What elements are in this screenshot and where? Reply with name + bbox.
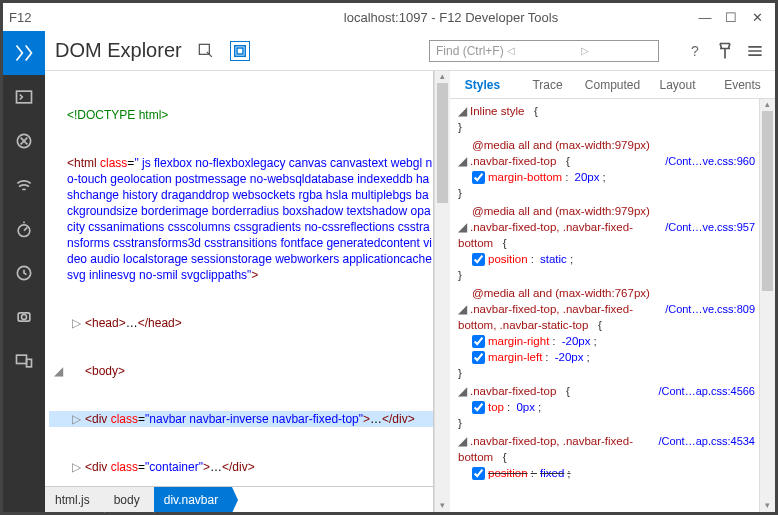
sidebar-emulation-icon[interactable] [3,339,45,383]
source-link[interactable]: /Cont…ap.css:4534 [658,433,755,465]
style-rule[interactable]: ◢.navbar-fixed-top, .navbar-fixed-bottom… [458,433,755,481]
svg-rect-7 [27,359,32,367]
highlight-icon[interactable] [230,41,250,61]
titlebar-title: localhost:1097 - F12 Developer Tools [209,10,693,25]
toolbar: DOM Explorer Find (Ctrl+F) ◁ ▷ ? [45,31,775,71]
prop-toggle[interactable] [472,253,485,266]
help-icon[interactable]: ? [685,41,705,61]
svg-rect-0 [17,91,32,103]
body-node[interactable]: <body> [85,363,433,379]
sidebar-console-icon[interactable] [3,75,45,119]
tab-computed[interactable]: Computed [580,74,645,96]
scroll-up-icon[interactable]: ▴ [760,99,775,111]
find-input[interactable]: Find (Ctrl+F) ◁ ▷ [429,40,659,62]
styles-scrollbar[interactable]: ▴ ▾ [759,99,775,512]
style-rule[interactable]: ◢Inline style { } [458,103,755,135]
scroll-down-icon[interactable]: ▾ [760,500,775,512]
close-button[interactable]: ✕ [745,7,769,27]
html-node[interactable]: <html class=" js flexbox no-flexboxlegac… [67,155,433,283]
select-element-icon[interactable] [196,41,216,61]
source-link[interactable]: /Cont…ve.css:809 [665,301,755,333]
collapse-icon[interactable]: ◢ [49,363,67,379]
dom-scrollbar[interactable]: ▴ ▾ [434,71,450,512]
page-title: DOM Explorer [55,39,182,62]
prop-toggle[interactable] [472,401,485,414]
sidebar-profiler-icon[interactable] [3,251,45,295]
svg-rect-6 [17,355,27,363]
settings-lines-icon[interactable] [745,41,765,61]
titlebar: F12 localhost:1097 - F12 Developer Tools… [3,3,775,31]
expand-icon[interactable]: ▷ [67,315,85,331]
source-link[interactable]: /Cont…ap.css:4566 [658,383,755,399]
tool-sidebar [3,31,45,512]
dom-tree-pane: <!DOCTYPE html> <html class=" js flexbox… [45,71,434,512]
titlebar-left: F12 [9,10,209,25]
styles-tabs: Styles Trace Computed Layout Events [450,71,775,99]
source-link[interactable]: /Cont…ve.css:960 [665,153,755,169]
minimize-button[interactable]: — [693,7,717,27]
breadcrumb-html[interactable]: html.js [45,487,104,512]
style-rule[interactable]: @media all and (max-width:767px) ◢.navba… [458,285,755,381]
tab-layout[interactable]: Layout [645,74,710,96]
div-container-node[interactable]: <div class="container">…</div> [85,459,433,475]
sidebar-network-icon[interactable] [3,163,45,207]
prop-toggle[interactable] [472,351,485,364]
tab-styles[interactable]: Styles [450,74,515,96]
style-rule[interactable]: ◢.navbar-fixed-top {/Cont…ap.css:4566 to… [458,383,755,431]
doctype-node[interactable]: <!DOCTYPE html> [67,107,433,123]
breadcrumb: html.js body div.navbar [45,486,433,512]
source-link[interactable]: /Cont…ve.css:957 [665,219,755,251]
scroll-up-icon[interactable]: ▴ [435,71,450,83]
prop-toggle[interactable] [472,171,485,184]
sidebar-debugger-icon[interactable] [3,119,45,163]
scroll-down-icon[interactable]: ▾ [435,500,450,512]
pin-icon[interactable] [715,41,735,61]
prop-toggle[interactable] [472,467,485,480]
scroll-thumb[interactable] [762,111,773,291]
breadcrumb-div[interactable]: div.navbar [154,487,232,512]
find-next-icon[interactable]: ▷ [579,45,652,56]
find-placeholder: Find (Ctrl+F) [436,44,505,58]
expand-icon[interactable]: ▷ [67,459,85,475]
tab-trace[interactable]: Trace [515,74,580,96]
sidebar-memory-icon[interactable] [3,295,45,339]
style-rule[interactable]: @media all and (max-width:979px) ◢.navba… [458,137,755,201]
sidebar-dom-icon[interactable] [3,31,45,75]
find-prev-icon[interactable]: ◁ [505,45,578,56]
styles-pane: Styles Trace Computed Layout Events ◢Inl… [450,71,775,512]
style-rule[interactable]: @media all and (max-width:979px) ◢.navba… [458,203,755,283]
svg-point-5 [22,315,27,320]
prop-toggle[interactable] [472,335,485,348]
tab-events[interactable]: Events [710,74,775,96]
head-node[interactable]: <head>…</head> [85,315,433,331]
div-navbar-node[interactable]: <div class="navbar navbar-inverse navbar… [85,411,433,427]
sidebar-ui-responsiveness-icon[interactable] [3,207,45,251]
scroll-thumb[interactable] [437,83,448,203]
breadcrumb-body[interactable]: body [104,487,154,512]
svg-rect-10 [237,48,243,54]
maximize-button[interactable]: ☐ [719,7,743,27]
expand-icon[interactable]: ▷ [67,411,85,427]
